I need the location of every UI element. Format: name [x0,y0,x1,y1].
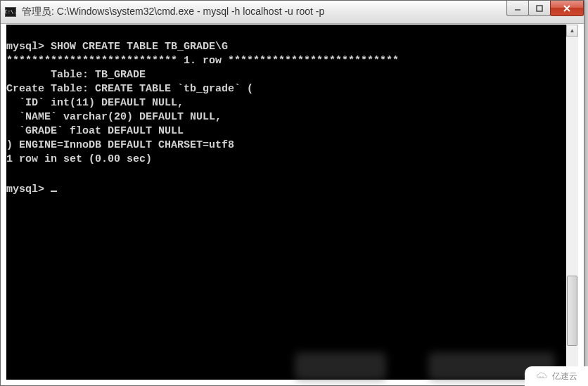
terminal-line: Create Table: CREATE TABLE `tb_grade` ( [6,83,253,95]
vertical-scrollbar[interactable]: ▲ ▼ [566,25,578,380]
terminal-output[interactable]: mysql> SHOW CREATE TABLE TB_GRADE\G ****… [6,25,566,380]
terminal-line: `ID` int(11) DEFAULT NULL, [6,97,184,109]
badge-text: 亿速云 [552,371,577,382]
scroll-thumb[interactable] [567,276,577,346]
command-prompt-window: C:\. 管理员: C:\Windows\system32\cmd.exe - … [0,0,584,386]
window-controls [507,1,584,16]
terminal-prompt: mysql> [6,184,44,195]
cloud-icon [535,371,549,381]
cmd-icon: C:\. [5,7,16,17]
window-title: 管理员: C:\Windows\system32\cmd.exe - mysql… [22,6,324,18]
terminal-line: *************************** 1. row *****… [6,55,399,67]
watermark-blur [295,352,386,380]
terminal-line: ) ENGINE=InnoDB DEFAULT CHARSET=utf8 [6,139,234,151]
terminal-line: Table: TB_GRADE [6,69,146,81]
client-area: mysql> SHOW CREATE TABLE TB_GRADE\G ****… [6,25,578,380]
cmd-icon-text: C:\. [5,10,17,15]
svg-point-5 [542,376,544,378]
terminal-line: `GRADE` float DEFAULT NULL [6,125,184,137]
svg-point-4 [539,376,541,378]
terminal-line: `NAME` varchar(20) DEFAULT NULL, [6,111,222,123]
cursor [51,181,57,192]
terminal-line: mysql> SHOW CREATE TABLE TB_GRADE\G [6,41,228,53]
minimize-button[interactable] [506,1,529,16]
terminal-line: 1 row in set (0.00 sec) [6,153,152,165]
source-badge: 亿速云 [525,366,588,386]
scroll-track[interactable] [566,37,578,368]
svg-rect-1 [537,6,542,11]
maximize-button[interactable] [528,1,551,16]
scroll-up-button[interactable]: ▲ [566,25,578,37]
titlebar[interactable]: C:\. 管理员: C:\Windows\system32\cmd.exe - … [1,1,584,24]
close-button[interactable] [550,1,584,16]
